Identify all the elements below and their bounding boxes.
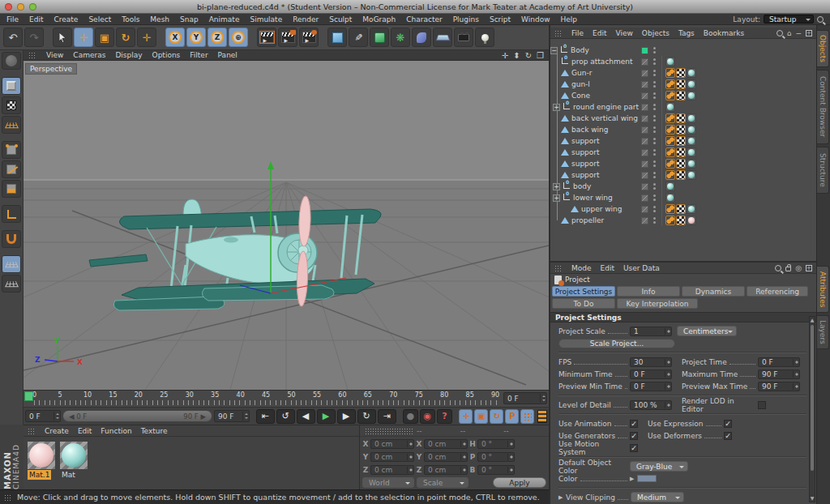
object-row-back-vertical-wing[interactable]: back vertical wing	[550, 113, 816, 124]
material-tag-icon[interactable]	[687, 113, 696, 123]
move-tool[interactable]: ✛	[74, 28, 93, 47]
polygons-mode-button[interactable]	[2, 180, 21, 198]
layer-color-swatch[interactable]	[641, 115, 648, 122]
attribute-scrollbar[interactable]: ▲ ▼	[809, 316, 815, 502]
lock-workplane-button[interactable]	[2, 255, 21, 273]
view-clipping-expander-icon[interactable]: ▶	[558, 494, 563, 501]
material-tag-icon[interactable]	[687, 91, 696, 100]
material-tag-icon[interactable]	[665, 193, 675, 203]
menu-sculpt[interactable]: Sculpt	[329, 15, 352, 23]
visibility-dots-icon[interactable]	[653, 92, 656, 95]
material-tag-icon[interactable]	[687, 125, 696, 135]
uvw-tag-icon[interactable]	[676, 136, 686, 146]
preview-min-input[interactable]: 0 F	[630, 382, 672, 391]
menu-window[interactable]: Window	[521, 15, 550, 23]
menu-snap[interactable]: Snap	[180, 15, 199, 23]
rot-b-input[interactable]: 0 °	[477, 465, 515, 475]
layer-color-swatch[interactable]	[641, 217, 648, 224]
am-search-icon[interactable]	[775, 265, 781, 271]
key-parameter-toggle[interactable]: P	[505, 409, 519, 424]
om-menu-objects[interactable]: Objects	[642, 29, 670, 37]
viewport-menu-view[interactable]: View	[46, 51, 63, 59]
material-tag-icon[interactable]	[665, 182, 675, 191]
collapse-box-icon[interactable]: −	[550, 47, 558, 54]
visibility-dots-icon[interactable]	[653, 206, 656, 208]
next-frame-button[interactable]: ▶	[337, 409, 356, 424]
uvw-tag-icon[interactable]	[676, 170, 686, 180]
object-row-gun-l[interactable]: gun-l	[550, 79, 816, 90]
phong-tag-icon[interactable]	[665, 79, 675, 89]
uvw-tag-icon[interactable]	[676, 159, 686, 169]
undo-button[interactable]: ↶	[3, 28, 23, 47]
visibility-dots-icon[interactable]	[653, 172, 656, 174]
material-tag-icon[interactable]	[687, 170, 696, 180]
object-name[interactable]: lower wing	[573, 194, 613, 202]
tab-content-browser[interactable]: Content Browser	[817, 70, 829, 144]
object-row-support-2[interactable]: support	[550, 147, 816, 158]
stepper-icon[interactable]	[507, 441, 513, 447]
project-time-input[interactable]: 0 F	[758, 357, 800, 367]
object-name[interactable]: support	[571, 160, 600, 168]
layer-color-swatch[interactable]	[641, 206, 648, 213]
am-menu-mode[interactable]: Mode	[571, 264, 592, 272]
timeline-ruler[interactable]: 051015202530354045505560657075808590 0 F	[24, 391, 549, 408]
uvw-tag-icon[interactable]	[676, 113, 686, 123]
live-selection-tool[interactable]	[53, 28, 72, 47]
tab-dynamics[interactable]: Dynamics	[682, 286, 745, 297]
lock-z-axis-button[interactable]: Z	[208, 28, 227, 47]
previous-frame-button[interactable]: ◀	[297, 409, 315, 424]
object-name[interactable]: back vertical wing	[571, 114, 638, 122]
visibility-dots-icon[interactable]	[653, 58, 656, 61]
menu-simulate[interactable]: Simulate	[250, 15, 282, 23]
rot-p-input[interactable]: 0 °	[477, 452, 515, 462]
viewport-toggle-icon[interactable]: ❐	[537, 51, 544, 60]
panel-drag-handle[interactable]	[365, 428, 413, 434]
material-tag-icon[interactable]	[687, 147, 696, 157]
layer-color-swatch[interactable]	[641, 194, 648, 202]
level-of-detail-input[interactable]: 100 %	[630, 400, 672, 410]
timeline-window-icon[interactable]	[537, 410, 547, 423]
rotate-tool[interactable]: ↻	[116, 28, 135, 47]
stepper-icon[interactable]	[460, 467, 466, 473]
project-scale-input[interactable]: 1	[630, 327, 672, 336]
menu-select[interactable]: Select	[88, 15, 111, 23]
last-used-tool[interactable]: ✛	[137, 28, 156, 47]
coordinate-system-button[interactable]: ⊕	[229, 28, 248, 47]
object-row-prop-attachment[interactable]: prop attachment	[550, 56, 816, 67]
add-deformer-button[interactable]	[412, 28, 431, 47]
object-row-body[interactable]: − Body	[550, 45, 816, 56]
object-name[interactable]: body	[573, 182, 591, 190]
mat-menu-create[interactable]: Create	[45, 427, 69, 435]
search-commander-icon[interactable]	[817, 16, 824, 23]
menu-mesh[interactable]: Mesh	[150, 15, 169, 23]
stepper-icon[interactable]	[665, 328, 670, 335]
visibility-dots-icon[interactable]	[653, 104, 656, 106]
tab-project-settings[interactable]: Project Settings	[552, 286, 615, 297]
object-row-upper-wing[interactable]: upper wing	[550, 203, 816, 215]
workplane-mode-button[interactable]	[2, 116, 21, 134]
visibility-dots-icon[interactable]	[653, 115, 656, 117]
object-row-lower-wing[interactable]: + lower wing	[550, 192, 816, 203]
menu-script[interactable]: Script	[490, 15, 511, 23]
panel-drag-handle[interactable]	[28, 428, 36, 434]
goto-start-button[interactable]: ⇤	[256, 409, 275, 424]
stepper-icon[interactable]	[53, 412, 59, 421]
viewport-menu-options[interactable]: Options	[152, 51, 181, 59]
object-name[interactable]: Body	[571, 46, 589, 54]
viewport-menu-panel[interactable]: Panel	[218, 51, 237, 59]
mat-menu-function[interactable]: Function	[101, 427, 131, 435]
phong-tag-icon[interactable]	[665, 125, 675, 135]
preview-max-input[interactable]: 90 F	[758, 382, 800, 391]
object-row-support-1[interactable]: support	[550, 135, 816, 147]
am-menu-edit[interactable]: Edit	[601, 264, 614, 272]
material-name[interactable]: Mat.1	[28, 470, 51, 480]
menu-help[interactable]: Help	[561, 15, 578, 23]
panel-drag-handle[interactable]	[4, 494, 12, 501]
tab-attributes[interactable]: Attributes	[817, 266, 829, 313]
tab-info[interactable]: Info	[617, 286, 680, 297]
key-scale-toggle[interactable]: ▣	[474, 409, 488, 424]
layer-color-swatch[interactable]	[641, 104, 648, 111]
uvw-tag-icon[interactable]	[676, 216, 686, 225]
next-key-button[interactable]: ↻	[357, 409, 376, 424]
uvw-tag-icon[interactable]	[676, 147, 686, 157]
